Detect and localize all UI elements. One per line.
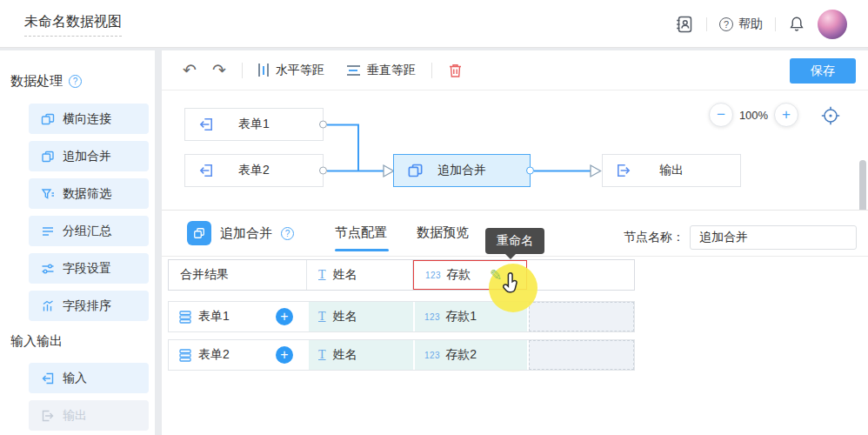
header-actions: ? 帮助 xyxy=(675,0,847,48)
field-chip-name[interactable]: T 姓名 xyxy=(307,302,413,331)
node-name-input[interactable] xyxy=(690,225,857,250)
help-icon: ? xyxy=(719,17,733,31)
add-field-button[interactable]: + xyxy=(276,308,293,325)
sidebar-item-horizontal-join[interactable]: 横向连接 xyxy=(29,104,149,134)
locate-icon[interactable] xyxy=(820,105,841,126)
output-port[interactable] xyxy=(526,167,534,175)
node-name-field: 节点名称： xyxy=(624,225,857,250)
sidebar-item-field-sort[interactable]: 字段排序 xyxy=(29,291,149,321)
bell-icon[interactable] xyxy=(788,16,805,33)
sidebar-section-input-output: 输入输出 xyxy=(10,333,155,350)
zoom-in-button[interactable]: + xyxy=(774,103,798,127)
field-chip-deposit2[interactable]: 123 存款2 xyxy=(413,340,527,370)
input-node-icon xyxy=(198,163,214,178)
merge-result-header-cell: 合并结果 xyxy=(169,260,307,290)
empty-field-slot xyxy=(529,302,634,331)
output-port[interactable] xyxy=(319,121,327,129)
section-help-icon[interactable]: ? xyxy=(69,75,82,88)
main-area: ↶ ↷ 水平等距 垂直等距 保存 xyxy=(162,50,868,435)
append-merge-badge-icon xyxy=(187,221,211,245)
merge-table-header: 合并结果 T 姓名 123 存款 xyxy=(168,259,635,291)
zoom-level: 100% xyxy=(733,109,774,122)
document-title[interactable]: 未命名数据视图 xyxy=(24,13,122,37)
section-title: 输入输出 xyxy=(10,333,63,350)
zoom-out-button[interactable]: − xyxy=(709,103,733,127)
sidebar-item-label: 数据筛选 xyxy=(63,186,111,202)
node-output[interactable]: 输出 xyxy=(602,154,741,187)
divider xyxy=(706,17,707,31)
append-merge-node-icon xyxy=(407,163,424,179)
canvas-toolbar: ↶ ↷ 水平等距 垂直等距 保存 xyxy=(162,50,868,90)
tab-node-config[interactable]: 节点配置 xyxy=(335,224,387,241)
field-label: 姓名 xyxy=(333,347,357,363)
database-icon xyxy=(179,311,191,324)
redo-icon[interactable]: ↷ xyxy=(212,62,226,78)
sidebar-item-output[interactable]: 输出 xyxy=(29,400,149,431)
sidebar-item-data-filter[interactable]: 数据筛选 xyxy=(29,178,149,209)
number-type-icon: 123 xyxy=(424,351,440,360)
sidebar-item-field-settings[interactable]: 字段设置 xyxy=(29,253,149,284)
save-button[interactable]: 保存 xyxy=(790,58,856,84)
merge-result-label: 合并结果 xyxy=(180,267,229,283)
empty-header-cell xyxy=(527,260,634,290)
field-label: 存款 xyxy=(446,267,471,283)
text-type-icon: T xyxy=(318,349,326,361)
user-avatar[interactable] xyxy=(818,10,847,39)
node-form2[interactable]: 表单2 xyxy=(184,154,324,187)
output-icon xyxy=(41,409,55,423)
app: 未命名数据视图 ? 帮助 xyxy=(0,0,868,435)
sidebar-item-label: 字段排序 xyxy=(63,298,111,314)
text-type-icon: T xyxy=(318,269,326,281)
tab-data-preview[interactable]: 数据预览 xyxy=(417,224,469,241)
number-type-icon: 123 xyxy=(424,312,440,322)
rename-pencil-icon[interactable]: ✎ xyxy=(490,266,502,284)
sidebar-section-data-processing: 数据处理 ? xyxy=(10,73,155,90)
field-label: 姓名 xyxy=(333,309,357,325)
sidebar-item-input[interactable]: 输入 xyxy=(29,363,149,393)
sidebar-item-group-summary[interactable]: 分组汇总 xyxy=(29,216,149,246)
node-name-label: 节点名称： xyxy=(624,230,684,245)
delete-icon[interactable] xyxy=(448,63,463,78)
field-header-name[interactable]: T 姓名 xyxy=(307,260,413,290)
section-title: 数据处理 xyxy=(10,73,63,90)
sidebar-item-label: 字段设置 xyxy=(63,261,111,277)
sidebar-item-label: 输出 xyxy=(63,408,87,424)
filter-icon xyxy=(41,187,55,201)
vertical-spacing-button[interactable]: 垂直等距 xyxy=(347,63,416,78)
group-summary-icon xyxy=(41,224,55,238)
input-node-icon xyxy=(198,117,214,132)
undo-icon[interactable]: ↶ xyxy=(183,62,197,78)
source-cell: 表单1 + xyxy=(169,302,307,331)
table-row-form1: 表单1 + T 姓名 123 存款1 xyxy=(168,301,635,332)
add-field-button[interactable]: + xyxy=(276,346,293,364)
contacts-icon[interactable] xyxy=(675,15,694,34)
divider xyxy=(775,17,776,31)
panel-help-icon[interactable]: ? xyxy=(281,227,294,240)
output-node-icon xyxy=(616,163,631,178)
field-settings-icon xyxy=(41,262,55,276)
field-label: 存款1 xyxy=(445,309,477,325)
output-port[interactable] xyxy=(319,167,327,175)
field-sort-icon xyxy=(41,299,55,313)
sidebar: 数据处理 ? 横向连接 追加合并 数据筛选 分组汇总 xyxy=(0,50,155,435)
sidebar-item-append-merge[interactable]: 追加合并 xyxy=(29,141,149,171)
node-form1[interactable]: 表单1 xyxy=(184,108,324,141)
append-merge-icon xyxy=(41,150,55,164)
horizontal-spacing-button[interactable]: 水平等距 xyxy=(258,63,324,78)
sidebar-item-label: 分组汇总 xyxy=(63,224,111,239)
input-icon xyxy=(41,371,55,385)
flow-canvas[interactable]: 表单1 表单2 追加合并 xyxy=(162,90,868,210)
text-type-icon: T xyxy=(318,311,326,323)
database-icon xyxy=(179,349,191,362)
help-button[interactable]: ? 帮助 xyxy=(719,17,763,32)
divider xyxy=(431,63,432,78)
horizontal-spacing-icon xyxy=(258,64,269,77)
horizontal-join-icon xyxy=(41,112,55,126)
sidebar-item-label: 追加合并 xyxy=(63,149,111,164)
source-cell: 表单2 + xyxy=(169,340,307,370)
field-chip-name[interactable]: T 姓名 xyxy=(307,340,413,370)
node-append-merge[interactable]: 追加合并 xyxy=(393,154,531,187)
config-panel: 追加合并 ? 节点配置 数据预览 节点名称： 合并结果 xyxy=(162,210,868,435)
vertical-spacing-icon xyxy=(347,65,360,76)
table-row-form2: 表单2 + T 姓名 123 存款2 xyxy=(168,339,635,371)
